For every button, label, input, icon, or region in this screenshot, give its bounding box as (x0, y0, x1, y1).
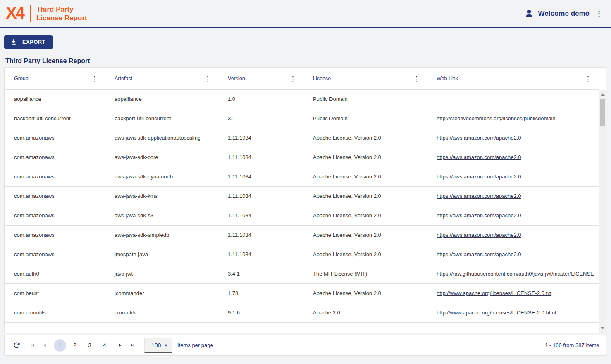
scroll-up-icon[interactable] (601, 93, 605, 96)
weblink-link[interactable]: https://aws.amazon.com/apache2.0 (437, 174, 521, 180)
user-icon (524, 9, 534, 19)
weblink-link[interactable]: https://aws.amazon.com/apache2.0 (437, 232, 521, 238)
page-buttons: 1234 (53, 339, 112, 352)
cell-group: com.amazonaws (5, 226, 105, 245)
items-per-page-label: Items per page (177, 342, 213, 348)
app-logo: X4 Third Party License Report (6, 5, 87, 23)
cell-artefact: aws-java-sdk-kms (105, 187, 218, 206)
table-row: com.cronutils cron-utils 9.1.6 Apache 2.… (5, 303, 599, 323)
first-page-button[interactable] (26, 339, 38, 352)
cell-artefact: aws-java-sdk-simpledb (105, 226, 218, 245)
table-scrollbar[interactable] (599, 90, 606, 333)
page-button-2[interactable]: 2 (69, 339, 81, 352)
weblink-link[interactable]: https://aws.amazon.com/apache2.0 (437, 193, 521, 199)
cell-weblink: http://www.apache.org/licenses/LICENSE-2… (427, 284, 599, 303)
column-label: Group (14, 76, 29, 81)
toolbar: EXPORT (0, 28, 611, 49)
cell-license: Apache License, Version 2.0 (303, 128, 427, 148)
cell-weblink: https://aws.amazon.com/apache2.0 (427, 187, 599, 206)
table-row: com.auth0 java-jwt 3.4.1 The MIT License… (5, 264, 599, 284)
column-menu-kebab-icon[interactable]: ⋮ (90, 75, 99, 83)
cell-license: Apache License, Version 2.0 (303, 167, 427, 186)
cell-license: Public Domain (303, 109, 427, 128)
page-button-3[interactable]: 3 (84, 339, 96, 352)
column-header-web-link: Web Link⋮ (427, 68, 599, 89)
column-header-artefact: Artefact⋮ (105, 68, 218, 89)
page-button-4[interactable]: 4 (98, 339, 111, 352)
weblink-link[interactable]: https://aws.amazon.com/apache2.0 (437, 154, 521, 160)
cell-license: Apache 2.0 (303, 303, 427, 322)
cell-weblink (427, 90, 599, 109)
app-title-line2: License Report (36, 14, 87, 22)
paginator: 1234 100 ▼ Items per page 1 - 100 from 3… (4, 335, 606, 356)
cell-artefact: jcommander (105, 284, 218, 303)
cell-version: 1.11.1034 (218, 206, 303, 225)
weblink-link[interactable]: https://aws.amazon.com/apache2.0 (437, 212, 521, 219)
weblink-link[interactable]: http://www.apache.org/licenses/LICENSE-2… (437, 290, 551, 296)
cell-group: com.amazonaws (5, 148, 105, 167)
column-header-group: Group⋮ (5, 68, 105, 89)
cell-license: Apache License, Version 2.0 (303, 187, 427, 206)
cell-weblink: http://www.apache.org/licenses/LICENSE-2… (427, 303, 599, 322)
table-row: com.amazonaws aws-java-sdk-kms 1.11.1034… (5, 187, 599, 206)
weblink-link[interactable]: https://aws.amazon.com/apache2.0 (437, 135, 521, 141)
next-page-button[interactable] (114, 339, 126, 352)
app-title-line1: Third Party (36, 5, 87, 14)
page-title: Third Party License Report (5, 57, 611, 65)
column-label: License (313, 76, 331, 81)
scrollbar-thumb[interactable] (600, 99, 605, 126)
cell-license: The MIT License (MIT) (303, 264, 427, 283)
column-label: Web Link (437, 76, 458, 81)
table-row: com.amazonaws aws-java-sdk-simpledb 1.11… (5, 226, 599, 245)
weblink-link[interactable]: https://aws.amazon.com/apache2.0 (437, 251, 521, 257)
cell-version: 1.11.1034 (218, 148, 303, 167)
cell-weblink: https://aws.amazon.com/apache2.0 (427, 206, 599, 225)
column-menu-kebab-icon[interactable]: ⋮ (412, 75, 421, 83)
items-per-page-select[interactable]: 100 ▼ (144, 338, 172, 353)
weblink-link[interactable]: https://raw.githubusercontent.com/auth0/… (437, 271, 594, 277)
cell-license: Apache License, Version 2.0 (303, 148, 427, 167)
table-row: com.amazonaws aws-java-sdk-core 1.11.103… (5, 148, 599, 167)
column-header-license: License⋮ (303, 68, 427, 89)
cell-version: 1.11.1034 (218, 187, 303, 206)
cell-artefact: backport-util-concurrent (105, 109, 218, 128)
app-header: X4 Third Party License Report Welcome de… (0, 0, 611, 28)
column-menu-kebab-icon[interactable]: ⋮ (583, 75, 593, 83)
page-button-1[interactable]: 1 (54, 339, 66, 352)
logo-divider (30, 5, 31, 22)
table-row: com.amazonaws aws-java-sdk-applicationau… (5, 128, 599, 148)
cell-license: Apache License, Version 2.0 (303, 284, 427, 303)
cell-group: com.amazonaws (5, 187, 105, 206)
cell-version: 3.1 (218, 109, 303, 128)
cell-weblink: https://raw.githubusercontent.com/auth0/… (427, 264, 599, 283)
cell-version: 1.78 (218, 284, 303, 303)
export-button[interactable]: EXPORT (4, 35, 53, 49)
table-row: backport-util-concurrent backport-util-c… (5, 109, 599, 128)
x4-logo: X4 (6, 5, 24, 23)
weblink-link[interactable]: http://creativecommons.org/licenses/publ… (437, 115, 556, 121)
scroll-down-icon[interactable] (601, 327, 605, 329)
user-menu-kebab-icon[interactable]: ⋮ (594, 9, 604, 18)
last-page-button[interactable] (126, 339, 138, 352)
cell-weblink: https://aws.amazon.com/apache2.0 (427, 128, 599, 148)
cell-artefact: aws-java-sdk-core (105, 148, 218, 167)
cell-group: com.amazonaws (5, 128, 105, 148)
column-menu-kebab-icon[interactable]: ⋮ (288, 75, 298, 83)
cell-license: Apache License, Version 2.0 (303, 206, 427, 225)
cell-artefact: java-jwt (105, 264, 218, 283)
cell-weblink: https://aws.amazon.com/apache2.0 (427, 245, 599, 264)
table-row: com.amazonaws aws-java-sdk-dynamodb 1.11… (5, 167, 599, 187)
cell-group: com.amazonaws (5, 167, 105, 186)
refresh-button[interactable] (10, 339, 23, 352)
download-icon (10, 38, 17, 46)
weblink-link[interactable]: http://www.apache.org/licenses/LICENSE-2… (437, 309, 556, 316)
column-menu-kebab-icon[interactable]: ⋮ (203, 75, 212, 83)
cell-license: Public Domain (303, 90, 427, 109)
column-label: Artefact (115, 76, 132, 81)
items-per-page-value: 100 (151, 342, 161, 349)
cell-group: com.beust (5, 284, 105, 303)
cell-artefact: aopalliance (105, 90, 218, 109)
cell-artefact: aws-java-sdk-dynamodb (105, 167, 218, 186)
cell-version: 1.11.1034 (218, 167, 303, 186)
previous-page-button[interactable] (38, 339, 51, 352)
